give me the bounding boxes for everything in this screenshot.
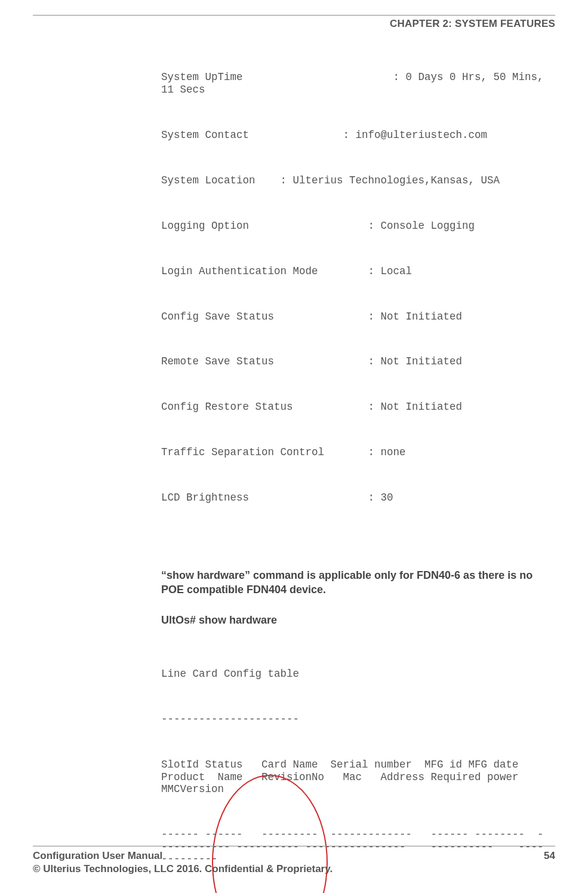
remote-save-status: Remote Save Status : Not Initiated: [161, 355, 549, 368]
content-area: System UpTime : 0 Days 0 Hrs, 50 Mins, 1…: [161, 47, 549, 893]
footer: Configuration User Manual 54 © Ulterius …: [33, 846, 555, 875]
login-auth-mode: Login Authentication Mode : Local: [161, 265, 549, 278]
page: CHAPTER 2: SYSTEM FEATURES System UpTime…: [0, 0, 588, 893]
logging-option: Logging Option : Console Logging: [161, 220, 549, 232]
footer-copyright: © Ulterius Technologies, LLC 2016. Confi…: [33, 863, 555, 875]
hw-headers: SlotId Status Card Name Serial number MF…: [161, 759, 549, 796]
config-save-status: Config Save Status : Not Initiated: [161, 311, 549, 323]
lcd-brightness: LCD Brightness : 30: [161, 492, 549, 504]
system-info-block: System UpTime : 0 Days 0 Hrs, 50 Mins, 1…: [161, 47, 549, 537]
config-restore-status: Config Restore Status : Not Initiated: [161, 401, 549, 413]
footer-page-number: 54: [544, 850, 555, 862]
traffic-separation: Traffic Separation Control : none: [161, 446, 549, 459]
sys-location: System Location : Ulterius Technologies,…: [161, 174, 549, 187]
chapter-header: CHAPTER 2: SYSTEM FEATURES: [33, 18, 555, 30]
hw-dashes1: ----------------------: [161, 713, 549, 726]
command-prompt: UltOs# show hardware: [161, 614, 549, 627]
sys-contact: System Contact : info@ulteriustech.com: [161, 129, 549, 142]
sys-uptime: System UpTime : 0 Days 0 Hrs, 50 Mins, 1…: [161, 71, 549, 96]
note-heading: “show hardware” command is applicable on…: [161, 568, 549, 597]
hw-title: Line Card Config table: [161, 668, 549, 680]
bottom-rule: [33, 846, 555, 846]
footer-manual: Configuration User Manual: [33, 850, 162, 862]
top-rule: [33, 15, 555, 16]
